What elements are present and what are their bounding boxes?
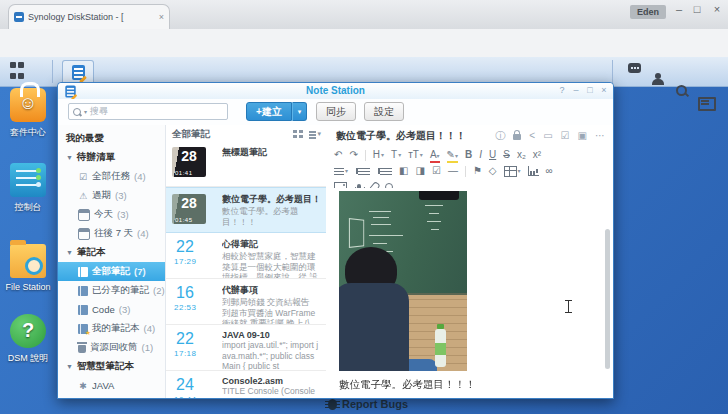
app-minimize-icon[interactable]: – <box>569 85 583 95</box>
bold-button[interactable]: B <box>465 149 472 161</box>
browser-tab[interactable]: Synology DiskStation - [ × <box>8 4 170 29</box>
checkbox-button[interactable]: ☑ <box>432 165 441 177</box>
note-item-preview: TITLE Console (Console2.asm) ; Demonstra… <box>222 386 320 398</box>
info-icon[interactable]: ⓘ <box>495 130 505 142</box>
align-menu[interactable]: ▾ <box>334 165 348 177</box>
todo-list-icon[interactable]: ☑ <box>561 130 570 142</box>
sidebar-item-label: 我的最愛 <box>66 132 104 145</box>
editor-content[interactable]: 數位電子學。必考題目！！！ <box>326 188 613 398</box>
note-list-item[interactable]: 2217:29心得筆記相較於智慧家庭，智慧建築算是一個較大範圍的環境指標。舉例來… <box>166 233 326 279</box>
pilot-view-icon[interactable] <box>698 97 716 111</box>
window-maximize-button[interactable]: □ <box>688 3 706 15</box>
sidebar-item-全部任務[interactable]: ☑全部任務(4) <box>58 167 165 186</box>
item-count: (4) <box>134 171 146 182</box>
sidebar-item-label: 待辦清單 <box>77 151 115 164</box>
text-cursor <box>564 300 574 313</box>
chart-icon[interactable] <box>528 166 539 176</box>
user-icon[interactable] <box>652 73 664 85</box>
format-brush-icon[interactable]: ⚑ <box>473 165 482 177</box>
app-maximize-icon[interactable]: □ <box>583 85 597 95</box>
snapshot-icon[interactable]: ▣ <box>578 130 587 142</box>
editor-scrollbar[interactable] <box>605 229 610 369</box>
superscript-button[interactable]: x² <box>533 149 541 161</box>
horizontal-rule-button[interactable]: — <box>448 165 458 177</box>
note-date-time: 22:53 <box>174 303 197 312</box>
sidebar-item-過期[interactable]: ⚠過期(3) <box>58 186 165 205</box>
subscript-button[interactable]: x₂ <box>517 149 526 161</box>
note-body-text[interactable]: 數位電子學。必考題目！！！ <box>339 378 476 392</box>
sidebar-item-我的最愛[interactable]: 我的最愛 <box>58 129 165 148</box>
list-view-icon[interactable] <box>309 130 320 139</box>
search-scope-caret-icon[interactable]: ▾ <box>84 108 87 115</box>
classroom-photo[interactable] <box>339 191 467 371</box>
italic-button[interactable]: I <box>479 149 482 161</box>
share-icon[interactable]: < <box>529 130 535 142</box>
tab-close-icon[interactable]: × <box>159 12 164 22</box>
presentation-icon[interactable]: ▭ <box>543 130 552 142</box>
screen: Synology DiskStation - [ × Eden – □ × ← … <box>0 0 728 414</box>
sidebar-item-全部筆記[interactable]: 全部筆記(7) <box>58 262 165 281</box>
desktop-icon-control-panel[interactable]: 控制台 <box>0 163 56 214</box>
app-close-icon[interactable]: × <box>597 85 611 95</box>
font-menu[interactable]: T▾ <box>391 149 401 161</box>
grid-view-icon[interactable] <box>293 130 304 139</box>
main-menu-icon[interactable] <box>10 62 24 81</box>
sidebar-item-智慧型筆記本[interactable]: ▼智慧型筆記本 <box>58 357 165 376</box>
collapse-arrow-icon[interactable]: ▼ <box>66 154 73 161</box>
note-list-item[interactable]: 2217:18JAVA 09-10import java.util.*"; im… <box>166 325 326 371</box>
strikethrough-button[interactable]: S <box>503 149 510 161</box>
note-list-item[interactable]: 1622:53代辦事項到郵局領錢 交資結報告 到超市買醬油 WarFrame衝緒… <box>166 279 326 325</box>
notifications-icon[interactable] <box>628 63 641 73</box>
numbered-list-button[interactable] <box>355 167 370 175</box>
collapse-arrow-icon[interactable]: ▼ <box>66 363 73 370</box>
highlight-menu[interactable]: ✎▾ <box>447 149 458 162</box>
note-editor: 數位電子學。必考題目！！！ ⓘ<▭☑▣⋯ ↶↷H▾T▾тT▾A▾✎▾BIUSx₂… <box>326 125 613 398</box>
clear-format-icon[interactable]: ◇ <box>489 165 497 177</box>
desktop-icon-package-center[interactable]: 套件中心 <box>0 88 56 139</box>
search-input[interactable]: ▾ 搜尋 <box>68 103 228 120</box>
browser-toolbar: ← → ↻ ⌂ 192.168.1.61:5000/index.cgi ◉ ☆ … <box>0 29 728 58</box>
redo-icon[interactable]: ↷ <box>349 149 357 161</box>
dsm-search-icon[interactable] <box>676 85 688 97</box>
window-minimize-button[interactable]: – <box>670 3 688 15</box>
note-list-item[interactable]: 2410:44Console2.asmTITLE Console (Consol… <box>166 371 326 398</box>
note-list-item[interactable]: 2801:41無標題筆記 <box>166 141 326 187</box>
note-item-title: 數位電子學。必考題目！... <box>222 193 320 206</box>
note-list-item[interactable]: 2801:45數位電子學。必考題目！...數位電子學。必考題目！！！ <box>166 187 326 233</box>
window-titlebar[interactable]: Note Station ? – □ × <box>58 83 613 100</box>
desktop-icon-dsm-help[interactable]: DSM 說明 <box>0 314 56 365</box>
sidebar-item-筆記本[interactable]: ▼筆記本 <box>58 243 165 262</box>
heading-menu[interactable]: H▾ <box>373 149 384 161</box>
sync-button[interactable]: 同步 <box>316 102 356 121</box>
font-color-menu[interactable]: A▾ <box>430 149 440 162</box>
undo-icon[interactable]: ↶ <box>334 149 342 161</box>
sidebar-item-已分享的筆記[interactable]: 已分享的筆記(2) <box>58 281 165 300</box>
create-button[interactable]: +建立 <box>246 102 292 121</box>
sidebar-item-Code[interactable]: Code(3) <box>58 300 165 319</box>
sidebar-item-待辦清單[interactable]: ▼待辦清單 <box>58 148 165 167</box>
window-close-button[interactable]: × <box>708 3 726 15</box>
report-bugs-shortcut[interactable]: Report Bugs <box>328 398 408 410</box>
lock-icon[interactable] <box>513 134 521 140</box>
more-icon[interactable]: ⋯ <box>595 130 605 142</box>
chrome-profile-badge[interactable]: Eden <box>630 5 666 19</box>
underline-button[interactable]: U <box>489 149 496 161</box>
bullet-list-button[interactable] <box>377 167 392 175</box>
outdent-button[interactable]: ◧ <box>399 165 408 177</box>
sidebar-item-資源回收筒[interactable]: 資源回收筒(1) <box>58 338 165 357</box>
collapse-arrow-icon[interactable]: ▼ <box>66 249 73 256</box>
link-icon[interactable]: ∞ <box>546 165 553 177</box>
indent-button[interactable]: ◨ <box>415 165 424 177</box>
sidebar-item-今天[interactable]: 今天(3) <box>58 205 165 224</box>
sidebar-item-我的筆記本[interactable]: 我的筆記本(4) <box>58 319 165 338</box>
desktop-icon-file-station[interactable]: File Station <box>0 244 56 292</box>
table-menu[interactable]: ▾ <box>504 165 521 177</box>
note-title[interactable]: 數位電子學。必考題目！！！ <box>336 129 487 143</box>
sidebar-item-往後-7-天[interactable]: 往後 7 天(4) <box>58 224 165 243</box>
sidebar-item-JAVA[interactable]: ✱JAVA <box>58 376 165 395</box>
create-dropdown-icon[interactable]: ▾ <box>292 102 307 121</box>
sidebar-item-標籤[interactable]: 標籤 <box>58 395 165 398</box>
settings-button[interactable]: 設定 <box>364 102 404 121</box>
app-help-icon[interactable]: ? <box>555 85 569 95</box>
font-size-menu[interactable]: тT▾ <box>408 149 423 161</box>
